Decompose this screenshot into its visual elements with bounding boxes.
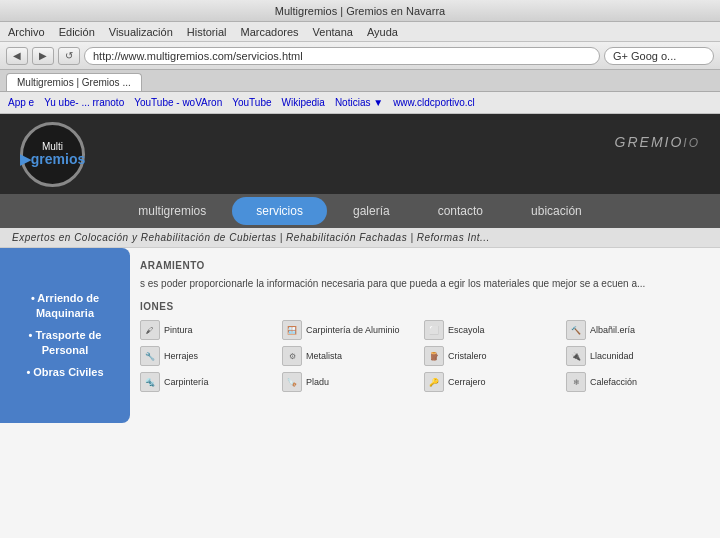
logo-arrow: ▶gremios — [20, 152, 85, 167]
service-item[interactable]: ⬜Escayola — [424, 320, 562, 340]
bookmark-wikipedia[interactable]: Wikipedia — [282, 97, 325, 108]
back-button[interactable]: ◀ — [6, 47, 28, 65]
services-grid: 🖌Pintura🪟Carpintería de Aluminio⬜Escayol… — [140, 320, 704, 392]
service-icon: ⚙ — [282, 346, 302, 366]
menu-bar: Archivo Edición Visualización Historial … — [0, 22, 720, 42]
menu-historial[interactable]: Historial — [187, 26, 227, 38]
site-header: Multi ▶gremios Gremioio — [0, 114, 720, 194]
service-label: Herrajes — [164, 351, 198, 361]
bookmarks-bar: App e Yu ube- ... rranoto YouTube - woVA… — [0, 92, 720, 114]
nav-servicios[interactable]: servicios — [232, 197, 327, 225]
nav-multigremios[interactable]: multigremios — [114, 194, 230, 228]
service-icon: ❄ — [566, 372, 586, 392]
service-label: Cerrajero — [448, 377, 486, 387]
menu-ayuda[interactable]: Ayuda — [367, 26, 398, 38]
service-icon: 🔧 — [140, 346, 160, 366]
menu-visualizacion[interactable]: Visualización — [109, 26, 173, 38]
sidebar-item-3: • Obras Civiles — [12, 365, 118, 380]
service-item[interactable]: 🪟Carpintería de Aluminio — [282, 320, 420, 340]
service-item[interactable]: 🔩Carpintería — [140, 372, 278, 392]
webpage-inner: Multi ▶gremios Gremioio multigremios ser… — [0, 114, 720, 540]
service-icon: 🔨 — [566, 320, 586, 340]
service-icon: 🪵 — [424, 346, 444, 366]
address-bar[interactable]: http://www.multigremios.com/servicios.ht… — [84, 47, 600, 65]
service-label: Pladu — [306, 377, 329, 387]
sidebar-popup: • Arriendo de Maquinaria • Trasporte de … — [0, 248, 130, 423]
main-content: • Arriendo de Maquinaria • Trasporte de … — [0, 248, 720, 538]
service-item[interactable]: 🪵Cristalero — [424, 346, 562, 366]
service-item[interactable]: ❄Calefacción — [566, 372, 704, 392]
service-label: Escayola — [448, 325, 485, 335]
site-nav: multigremios servicios galería contacto … — [0, 194, 720, 228]
sidebar-item-1: • Arriendo de Maquinaria — [12, 291, 118, 322]
bookmark-noticias[interactable]: Noticias ▼ — [335, 97, 383, 108]
gremio-label: Gremioio — [615, 134, 700, 150]
service-label: Carpintería de Aluminio — [306, 325, 400, 335]
service-item[interactable]: ⚙Metalista — [282, 346, 420, 366]
service-item[interactable]: 🔌Llacunidad — [566, 346, 704, 366]
section-label: ARAMIENTO — [140, 260, 704, 271]
forward-button[interactable]: ▶ — [32, 47, 54, 65]
tab-active[interactable]: Multigremios | Gremios ... — [6, 73, 142, 91]
webpage: Multi ▶gremios Gremioio multigremios ser… — [0, 114, 720, 540]
url-text: http://www.multigremios.com/servicios.ht… — [93, 50, 303, 62]
service-item[interactable]: 🔑Cerrajero — [424, 372, 562, 392]
reload-button[interactable]: ↺ — [58, 47, 80, 65]
service-icon: 🔑 — [424, 372, 444, 392]
page-title: Multigremios | Gremios en Navarra — [275, 5, 445, 17]
service-label: Pintura — [164, 325, 193, 335]
banner-text: Expertos en Colocación y Rehabilitación … — [0, 228, 720, 248]
tabs-bar: Multigremios | Gremios ... — [0, 70, 720, 92]
menu-ventana[interactable]: Ventana — [313, 26, 353, 38]
intro-text: s es poder proporcionarle la información… — [140, 277, 704, 291]
sidebar-item-2: • Trasporte de Personal — [12, 328, 118, 359]
nav-contacto[interactable]: contacto — [414, 194, 507, 228]
bookmark-youtube2[interactable]: YouTube - woVAron — [134, 97, 222, 108]
bookmark-appe[interactable]: App e — [8, 97, 34, 108]
service-label: Metalista — [306, 351, 342, 361]
browser-window: Multigremios | Gremios en Navarra Archiv… — [0, 0, 720, 540]
service-item[interactable]: 🔧Herrajes — [140, 346, 278, 366]
logo[interactable]: Multi ▶gremios — [20, 122, 85, 187]
service-icon: 🪟 — [282, 320, 302, 340]
service-icon: 🪚 — [282, 372, 302, 392]
menu-archivo[interactable]: Archivo — [8, 26, 45, 38]
service-label: Cristalero — [448, 351, 487, 361]
toolbar: ◀ ▶ ↺ http://www.multigremios.com/servic… — [0, 42, 720, 70]
bookmark-cld[interactable]: www.cldcportivo.cl — [393, 97, 475, 108]
service-label: Llacunidad — [590, 351, 634, 361]
service-icon: ⬜ — [424, 320, 444, 340]
search-bar[interactable]: G+ Goog o... — [604, 47, 714, 65]
title-bar: Multigremios | Gremios en Navarra — [0, 0, 720, 22]
service-icon: 🖌 — [140, 320, 160, 340]
service-label: Carpintería — [164, 377, 209, 387]
service-label: Albañil.ería — [590, 325, 635, 335]
services-label: IONES — [140, 301, 704, 312]
menu-marcadores[interactable]: Marcadores — [241, 26, 299, 38]
menu-edicion[interactable]: Edición — [59, 26, 95, 38]
service-label: Calefacción — [590, 377, 637, 387]
tab-label: Multigremios | Gremios ... — [17, 77, 131, 88]
service-icon: 🔩 — [140, 372, 160, 392]
search-placeholder-text: G+ Goog o... — [613, 50, 676, 62]
bookmark-youtube1[interactable]: Yu ube- ... rranoto — [44, 97, 124, 108]
logo-text: Multi ▶gremios — [20, 141, 85, 167]
bookmark-youtube3[interactable]: YouTube — [232, 97, 271, 108]
service-item[interactable]: 🔨Albañil.ería — [566, 320, 704, 340]
nav-galeria[interactable]: galería — [329, 194, 414, 228]
nav-ubicacion[interactable]: ubicación — [507, 194, 606, 228]
service-item[interactable]: 🖌Pintura — [140, 320, 278, 340]
service-item[interactable]: 🪚Pladu — [282, 372, 420, 392]
service-icon: 🔌 — [566, 346, 586, 366]
